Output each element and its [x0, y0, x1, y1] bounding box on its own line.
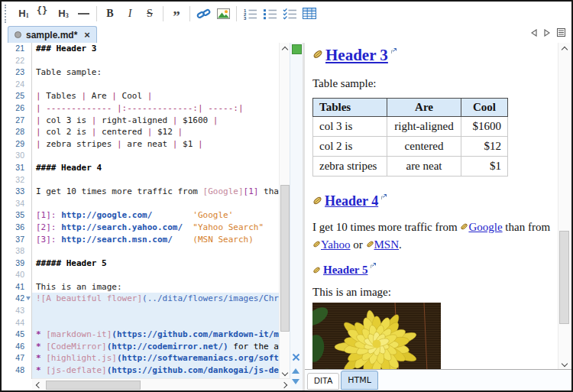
anchor-feather-icon [312, 49, 323, 63]
insert-table-button[interactable] [299, 5, 319, 23]
code-line[interactable]: [1]: http://google.com/ 'Google' [32, 209, 280, 222]
code-line[interactable]: | col 3 is | right-aligned | $1600 | [32, 115, 280, 127]
header3-link[interactable]: Header 3 [325, 46, 388, 65]
fold-toggle-icon[interactable] [26, 296, 31, 300]
line-number: 22 [2, 55, 31, 67]
ordered-list-button[interactable]: 123 [240, 5, 260, 23]
close-split-icon[interactable] [292, 353, 300, 361]
line-number: 44 [2, 317, 31, 329]
code-line[interactable] [32, 174, 280, 186]
preview-format-tabs: DITAHTML [305, 369, 571, 390]
task-list-button[interactable] [280, 5, 299, 23]
line-number: 27 [2, 115, 31, 127]
split-up-icon[interactable] [292, 368, 299, 374]
code-line[interactable] [32, 79, 280, 91]
code-line[interactable]: | col 2 is | centered | $12 | [32, 126, 280, 138]
permalink-icon[interactable] [370, 262, 377, 269]
link-google[interactable]: Google [468, 221, 502, 233]
validation-status-icon [292, 44, 302, 54]
code-line[interactable]: ##### Header 5 [32, 258, 280, 270]
next-tab-icon[interactable] [544, 29, 550, 37]
code-line[interactable]: | zebra stripes | are neat | $1 | [32, 138, 280, 151]
main-area: 2122232425262728293031323334353637383940… [2, 43, 571, 390]
code-line[interactable]: * [CodeMirror](http://codemirror.net/) f… [32, 341, 280, 353]
blockquote-button[interactable]: ” [167, 5, 186, 23]
italic-button[interactable]: I [120, 5, 140, 23]
header4-link[interactable]: Header 4 [325, 193, 378, 209]
hr-icon [78, 13, 89, 15]
code-line[interactable]: Table sample: [32, 66, 280, 79]
scroll-up-icon[interactable] [558, 43, 570, 53]
scroll-down-icon[interactable] [558, 359, 570, 370]
code-line[interactable]: | Tables | Are | Cool | [32, 90, 280, 102]
unordered-list-button[interactable] [260, 5, 280, 23]
header3-button[interactable]: H3 [53, 5, 73, 23]
line-number: 40 [2, 269, 31, 281]
editor-vscroll-thumb[interactable] [280, 185, 290, 332]
editor-horizontal-scrollbar[interactable] [32, 378, 290, 390]
line-number: 47 [2, 352, 31, 364]
scroll-down-icon[interactable] [280, 368, 290, 379]
line-number: 30 [2, 150, 31, 162]
code-line[interactable] [32, 55, 280, 67]
header5-link[interactable]: Header 5 [323, 264, 367, 277]
link-yahoo[interactable]: Yahoo [321, 238, 351, 251]
preview-vscroll-thumb[interactable] [559, 231, 569, 324]
code-line[interactable]: ![A beautiful flower](../dita/flowers/im… [32, 293, 280, 305]
header1-button[interactable]: H1 [14, 5, 34, 23]
horizontal-rule-button[interactable] [73, 5, 93, 23]
code-line[interactable] [32, 305, 280, 317]
scroll-up-icon[interactable] [280, 43, 290, 53]
tab-list-icon[interactable] [557, 28, 565, 37]
code-line[interactable] [32, 269, 280, 281]
separator [189, 6, 190, 21]
scroll-right-icon[interactable] [280, 379, 290, 390]
preview-vertical-scrollbar[interactable] [558, 43, 570, 370]
scroll-left-icon[interactable] [32, 379, 43, 390]
line-number: 32 [2, 174, 31, 186]
code-line[interactable]: * [js-deflate](https://github.com/dankog… [32, 364, 280, 377]
code-line[interactable] [32, 317, 280, 329]
code-line[interactable]: [2]: http://search.yahoo.com/ "Yahoo Sea… [32, 222, 280, 234]
preview-table: TablesAreCoolcol 3 isright-aligned$1600c… [312, 98, 508, 177]
tab-sample-md[interactable]: sample.md* × [8, 26, 97, 43]
editor-pane[interactable]: 2122232425262728293031323334353637383940… [2, 43, 303, 390]
code-area[interactable]: ### Header 3Table sample:| Tables | Are … [32, 43, 280, 379]
modified-dot-icon [15, 31, 21, 38]
prev-tab-icon[interactable] [531, 29, 537, 37]
permalink-icon[interactable] [380, 193, 387, 200]
bold-button[interactable]: B [100, 5, 120, 23]
insert-link-button[interactable] [193, 5, 213, 23]
preview-tab-html[interactable]: HTML [341, 371, 378, 390]
line-number: 39 [2, 258, 31, 270]
traffic-paragraph: I get 10 times more traffic from Google … [312, 219, 552, 253]
link-msn[interactable]: MSN [374, 238, 400, 251]
insert-image-button[interactable] [213, 5, 233, 23]
table-cell: col 3 is [313, 117, 387, 137]
code-line[interactable]: #### Header 4 [32, 162, 280, 174]
line-number: 49 [2, 377, 31, 379]
toolbar-drag-handle[interactable] [5, 5, 9, 23]
split-down-icon[interactable] [292, 379, 299, 384]
line-number: 43 [2, 305, 31, 317]
code-line[interactable]: * [highlight.js](http://softwaremaniacs.… [32, 352, 280, 364]
permalink-icon[interactable] [390, 47, 397, 54]
strikethrough-button[interactable]: S [140, 5, 160, 23]
code-line[interactable] [32, 150, 280, 162]
tab-close-icon[interactable]: × [84, 31, 90, 39]
code-line[interactable]: [3]: http://search.msn.com/ (MSN Search) [32, 234, 280, 246]
code-line[interactable] [32, 245, 280, 258]
editor-hscroll-thumb[interactable] [46, 381, 141, 390]
line-number: 36 [2, 222, 31, 234]
code-line[interactable]: This is an image: [32, 281, 280, 293]
code-button[interactable]: {} [32, 2, 52, 20]
code-line[interactable]: * [markdown-it](https://github.com/markd… [32, 329, 280, 341]
code-line[interactable] [32, 198, 280, 210]
code-line[interactable]: ### Header 3 [32, 43, 280, 55]
image-icon [216, 7, 231, 21]
preview-tab-dita[interactable]: DITA [307, 373, 339, 390]
editor-vertical-scrollbar[interactable] [279, 43, 290, 379]
code-line[interactable]: I get 10 times more traffic from [Google… [32, 186, 280, 198]
separator [96, 6, 97, 21]
code-line[interactable]: | ------------- |:-------------:| -----:… [32, 102, 280, 115]
